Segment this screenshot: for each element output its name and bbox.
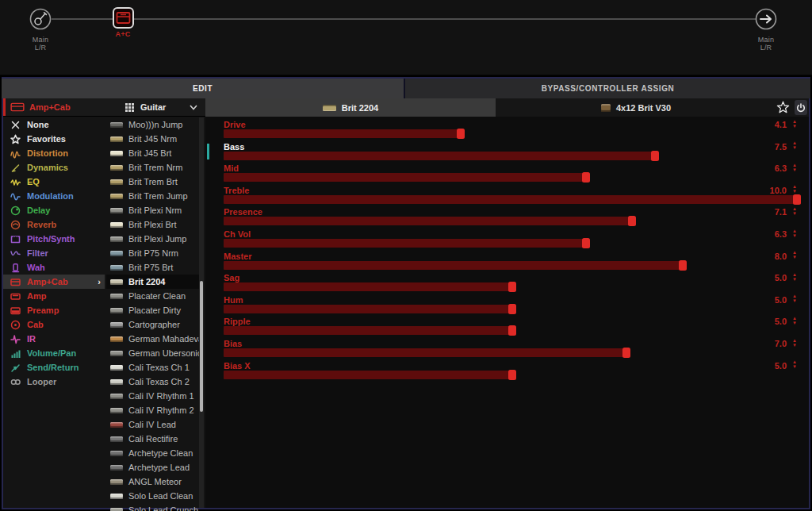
- model-item-brit-p75-nrm[interactable]: Brit P75 Nrm: [106, 246, 199, 260]
- slider-knob[interactable]: [628, 216, 636, 226]
- category-item-dynamics[interactable]: Dynamics: [3, 160, 105, 175]
- model-item-german-mahadeva[interactable]: German Mahadeva: [106, 332, 199, 346]
- model-item-cartographer[interactable]: Cartographer: [106, 317, 199, 332]
- instrument-selector[interactable]: Guitar: [140, 102, 190, 112]
- param-stepper: ▲▼: [790, 251, 799, 261]
- model-item-cali-iv-rhythm-1[interactable]: Cali IV Rhythm 1: [106, 389, 199, 403]
- tab-edit[interactable]: EDIT: [2, 79, 405, 98]
- chevron-down-icon[interactable]: [190, 105, 197, 110]
- category-item-none[interactable]: None: [3, 117, 105, 132]
- stepper-down-icon[interactable]: ▼: [792, 125, 797, 129]
- slider-knob[interactable]: [679, 260, 687, 271]
- stepper-down-icon[interactable]: ▼: [792, 212, 797, 217]
- category-item-preamp[interactable]: Preamp: [3, 303, 105, 317]
- model-item-cali-rectifire[interactable]: Cali Rectifire: [106, 432, 199, 446]
- param-value: 7.5: [775, 142, 787, 152]
- chain-input-node[interactable]: Main L/R: [26, 7, 55, 52]
- category-item-pitch-synth[interactable]: Pitch/Synth: [3, 232, 105, 246]
- chain-output-node[interactable]: Main L/R: [752, 7, 780, 52]
- stepper-down-icon[interactable]: ▼: [792, 234, 797, 239]
- model-item-placater-dirty[interactable]: Placater Dirty: [106, 303, 199, 317]
- model-item-archetype-clean[interactable]: Archetype Clean: [106, 446, 199, 460]
- param-slider[interactable]: [224, 326, 801, 335]
- model-label: Cali IV Rhythm 1: [128, 391, 194, 401]
- slider-knob[interactable]: [457, 129, 465, 139]
- category-item-filter[interactable]: Filter: [3, 246, 105, 260]
- model-item-brit-trem-brt[interactable]: Brit Trem Brt: [106, 175, 199, 189]
- slider-knob[interactable]: [508, 325, 516, 336]
- category-item-send-return[interactable]: Send/Return: [3, 360, 105, 375]
- model-item-solo-lead-clean[interactable]: Solo Lead Clean: [106, 489, 199, 503]
- param-row-presence: Presence7.1▲▼: [205, 206, 809, 228]
- slider-knob[interactable]: [508, 282, 516, 292]
- category-item-modulation[interactable]: Modulation: [3, 189, 105, 203]
- category-item-amp-cab[interactable]: Amp+Cab›: [3, 275, 105, 289]
- stepper-down-icon[interactable]: ▼: [792, 321, 797, 326]
- model-item-archetype-lead[interactable]: Archetype Lead: [106, 460, 199, 474]
- model-item-solo-lead-crunch[interactable]: Solo Lead Crunch: [106, 503, 199, 511]
- slider-knob[interactable]: [793, 194, 801, 205]
- category-item-volume-pan[interactable]: Volume/Pan: [3, 346, 105, 360]
- param-slider[interactable]: [224, 239, 801, 248]
- stepper-down-icon[interactable]: ▼: [792, 256, 797, 260]
- grid-view-icon[interactable]: [125, 103, 134, 112]
- category-item-delay[interactable]: Delay: [3, 203, 105, 217]
- param-slider[interactable]: [224, 129, 801, 138]
- tab-cab-model[interactable]: 4x12 Brit V30: [496, 98, 776, 117]
- model-item-brit-p75-brt[interactable]: Brit P75 Brt: [106, 260, 199, 275]
- model-item-brit-plexi-jump[interactable]: Brit Plexi Jump: [106, 232, 199, 246]
- param-slider[interactable]: [224, 173, 801, 182]
- slider-knob[interactable]: [622, 348, 630, 358]
- stepper-down-icon[interactable]: ▼: [792, 365, 797, 370]
- stepper-down-icon[interactable]: ▼: [792, 146, 797, 151]
- category-item-ir[interactable]: IR: [3, 332, 105, 346]
- stepper-down-icon[interactable]: ▼: [792, 168, 797, 173]
- model-item-moo-n-jump[interactable]: Moo)))n Jump: [106, 117, 199, 132]
- category-item-cab[interactable]: Cab: [3, 317, 105, 332]
- param-slider[interactable]: [224, 305, 801, 313]
- param-slider[interactable]: [224, 261, 801, 270]
- param-slider[interactable]: [224, 195, 801, 204]
- chain-amp-cab-block[interactable]: A+C: [109, 7, 136, 38]
- param-slider[interactable]: [224, 348, 801, 357]
- category-item-distortion[interactable]: Distortion: [3, 146, 105, 160]
- category-item-amp[interactable]: Amp: [3, 289, 105, 303]
- category-item-wah[interactable]: Wah: [3, 260, 105, 275]
- slider-knob[interactable]: [508, 304, 516, 314]
- model-item-cali-texas-ch-1[interactable]: Cali Texas Ch 1: [106, 360, 199, 375]
- param-slider[interactable]: [224, 217, 801, 225]
- model-item-cali-iv-lead[interactable]: Cali IV Lead: [106, 417, 199, 432]
- category-item-eq[interactable]: EQ: [3, 175, 105, 189]
- favorite-star-icon[interactable]: [776, 101, 790, 114]
- model-item-cali-texas-ch-2[interactable]: Cali Texas Ch 2: [106, 375, 199, 389]
- tab-bypass-controller-assign[interactable]: BYPASS/CONTROLLER ASSIGN: [405, 79, 810, 98]
- category-item-favorites[interactable]: Favorites: [3, 132, 105, 146]
- model-item-brit-trem-jump[interactable]: Brit Trem Jump: [106, 189, 199, 203]
- category-item-reverb[interactable]: Reverb: [3, 217, 105, 232]
- stepper-down-icon[interactable]: ▼: [792, 344, 797, 348]
- param-slider[interactable]: [224, 371, 801, 379]
- stepper-down-icon[interactable]: ▼: [792, 299, 797, 304]
- slider-knob[interactable]: [508, 370, 516, 380]
- stepper-down-icon[interactable]: ▼: [792, 278, 797, 282]
- model-item-brit-j45-brt[interactable]: Brit J45 Brt: [106, 146, 199, 160]
- model-item-brit-plexi-nrm[interactable]: Brit Plexi Nrm: [106, 203, 199, 217]
- model-item-angl-meteor[interactable]: ANGL Meteor: [106, 474, 199, 489]
- model-list-scrollbar[interactable]: [199, 117, 204, 508]
- slider-knob[interactable]: [582, 238, 590, 248]
- model-item-brit-2204[interactable]: Brit 2204: [106, 275, 199, 289]
- model-item-brit-trem-nrm[interactable]: Brit Trem Nrm: [106, 160, 199, 175]
- param-slider[interactable]: [224, 282, 801, 291]
- model-item-german-ubersonic[interactable]: German Ubersonic: [106, 346, 199, 360]
- model-item-placater-clean[interactable]: Placater Clean: [106, 289, 199, 303]
- block-bypass-button[interactable]: [795, 100, 807, 115]
- slider-knob[interactable]: [582, 172, 590, 182]
- param-slider[interactable]: [224, 152, 801, 160]
- model-item-brit-j45-nrm[interactable]: Brit J45 Nrm: [106, 132, 199, 146]
- model-item-brit-plexi-brt[interactable]: Brit Plexi Brt: [106, 217, 199, 232]
- slider-knob[interactable]: [651, 151, 659, 161]
- category-item-looper[interactable]: Looper: [3, 375, 105, 389]
- tab-amp-model[interactable]: Brit 2204: [205, 98, 496, 117]
- model-item-cali-iv-rhythm-2[interactable]: Cali IV Rhythm 2: [106, 403, 199, 417]
- scrollbar-thumb[interactable]: [200, 281, 203, 412]
